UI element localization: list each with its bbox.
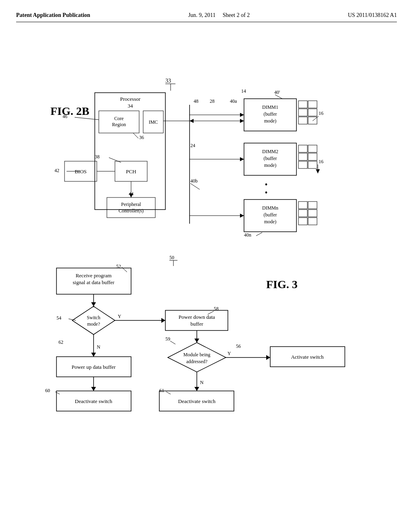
header-date: Jun. 9, 2011 [188, 12, 216, 18]
svg-marker-60 [72, 306, 115, 335]
ref-50: 50 [169, 255, 174, 260]
switch-mode-label2: mode? [87, 321, 100, 327]
ref-42: 42 [54, 168, 59, 173]
svg-rect-37 [308, 161, 317, 168]
svg-marker-51 [240, 214, 244, 218]
svg-marker-71 [91, 387, 96, 391]
svg-marker-62 [161, 318, 165, 323]
svg-rect-49 [308, 218, 317, 225]
dimmn-label3: mode) [264, 219, 277, 224]
bios-label: BIOS [75, 168, 87, 175]
svg-rect-64 [165, 310, 228, 330]
patent-publication-label: Patent Application Publication [16, 12, 90, 18]
n-label-module: N [200, 380, 204, 385]
dimm1-label2: (buffer [263, 111, 277, 117]
svg-line-72 [170, 341, 175, 344]
ref-40n: 40n [244, 232, 251, 238]
svg-rect-36 [308, 153, 317, 160]
svg-rect-22 [308, 101, 317, 108]
page-header: Patent Application Publication Jun. 9, 2… [16, 12, 397, 22]
svg-rect-34 [298, 161, 307, 168]
ref-46: 46 [63, 114, 67, 119]
svg-rect-47 [308, 202, 317, 209]
svg-rect-35 [308, 145, 317, 152]
imc-label: IMC [149, 119, 158, 125]
svg-marker-66 [194, 339, 199, 343]
ref-36: 36 [139, 135, 144, 140]
dimmn-label2: (buffer [263, 212, 277, 218]
ref-60: 60 [45, 388, 50, 393]
header-center: Jun. 9, 2011 Sheet 2 of 2 [188, 12, 250, 19]
ref-56: 56 [236, 343, 241, 349]
header-patent-number: US 2011/0138162 A1 [348, 12, 397, 18]
peripheral-label: Peripheral [121, 202, 141, 207]
svg-line-6 [75, 117, 99, 120]
power-up-label: Power up data buffer [71, 364, 116, 370]
ellipsis: • [265, 180, 267, 189]
svg-rect-24 [308, 117, 317, 124]
module-addressed-label1: Module being [184, 352, 211, 357]
header-left: Patent Application Publication [16, 12, 90, 19]
ref-40prime: 40' [274, 89, 280, 95]
svg-marker-39 [240, 157, 244, 161]
svg-marker-30 [240, 119, 244, 123]
receive-label2: signal at data buffer [73, 279, 115, 285]
ref-24: 24 [190, 143, 195, 148]
ref-28: 28 [210, 98, 215, 104]
ref-33: 33 [165, 78, 171, 84]
receive-label1: Receive program [75, 272, 111, 278]
ref-14: 14 [241, 88, 246, 94]
svg-rect-12 [107, 197, 155, 218]
ref-40b: 40b [190, 178, 198, 184]
fig2b-label: FIG. 2B [50, 105, 89, 117]
header-sheet: Sheet 2 of 2 [223, 12, 250, 18]
svg-line-15 [275, 95, 282, 99]
svg-marker-77 [194, 387, 199, 391]
ref-40a: 40a [230, 98, 237, 104]
dimm1-label3: mode) [264, 118, 277, 124]
ref-62: 62 [58, 339, 63, 345]
dimm1-label: DIMM1 [262, 104, 278, 110]
header-right: US 2011/0138162 A1 [348, 12, 397, 19]
ref-48: 48 [194, 98, 198, 104]
svg-marker-27 [240, 113, 244, 117]
fig3-label: FIG. 3 [266, 278, 298, 291]
svg-line-52 [256, 233, 262, 236]
svg-marker-29 [190, 119, 194, 123]
svg-rect-45 [298, 210, 307, 217]
peripheral-label2: Controller(s) [119, 208, 144, 214]
svg-rect-33 [298, 153, 307, 160]
diagram-area: FIG. 2B 33 Processor 34 Core Region 36 I… [16, 30, 397, 515]
ref-58: 58 [214, 306, 219, 312]
svg-marker-42 [316, 169, 320, 173]
processor-ref: 34 [128, 103, 133, 109]
svg-line-80 [166, 392, 171, 394]
svg-line-78 [55, 392, 60, 394]
y-label-module: Y [227, 351, 231, 356]
dimm2-label2: (buffer [263, 156, 277, 161]
ref-38: 38 [95, 154, 100, 160]
core-region-label2: Region [112, 122, 126, 127]
ellipsis2: • [265, 188, 267, 197]
switch-mode-label1: Switch [87, 315, 100, 320]
activate-switch-label: Activate switch [291, 354, 324, 360]
svg-rect-19 [298, 101, 307, 108]
dimm2-label3: mode) [264, 162, 277, 168]
dimm2-label: DIMM2 [262, 149, 278, 154]
pch-label: PCH [126, 168, 136, 175]
processor-label: Processor [120, 96, 141, 102]
core-region-label: Core [114, 116, 123, 121]
ref-16-mid: 16 [319, 159, 323, 164]
y-label-switch: Y [118, 314, 121, 319]
svg-rect-48 [308, 210, 317, 217]
dimmn-label: DIMMn [262, 205, 278, 211]
svg-line-40 [190, 183, 200, 189]
ref-59: 59 [165, 336, 170, 342]
svg-rect-21 [298, 117, 307, 124]
power-down-label1: Power down data [179, 314, 215, 320]
ref-52: 52 [116, 264, 121, 269]
power-down-label2: buffer [190, 321, 203, 327]
svg-rect-46 [298, 218, 307, 225]
svg-marker-68 [91, 353, 96, 357]
ref-61: 61 [159, 388, 164, 393]
